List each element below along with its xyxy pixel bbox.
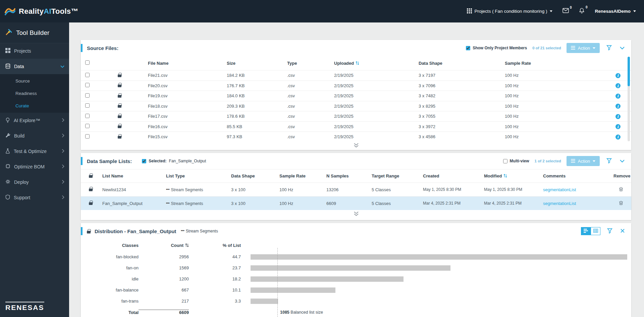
distribution-filter-button[interactable] — [606, 227, 614, 235]
segmentation-list-link[interactable]: segmentationList — [543, 187, 576, 192]
n-samples-cell: 6609 — [324, 201, 369, 206]
info-icon[interactable]: i — [615, 83, 621, 88]
notifications-button[interactable]: 0 — [579, 8, 585, 15]
table-scrollbar[interactable] — [628, 57, 630, 141]
sort-icon[interactable] — [503, 174, 507, 178]
source-collapse-button[interactable] — [619, 45, 626, 51]
size-cell: 178.6 KB — [220, 114, 280, 119]
source-files-expander[interactable] — [81, 142, 631, 151]
distribution-row: fan-on 1569 23.7 — [81, 262, 631, 273]
table-row[interactable]: File15.csv 97.3 KB .csv 2/19/2025 3 x 45… — [81, 131, 631, 142]
source-files-title: Source Files: — [87, 45, 118, 51]
multi-view-checkbox[interactable]: Multi-view — [503, 159, 529, 163]
sidebar-subitem-source[interactable]: Source — [0, 75, 69, 87]
sidebar-subitem-readiness[interactable]: Readiness — [0, 87, 69, 100]
col-count[interactable]: Count — [139, 243, 189, 248]
user-menu[interactable]: RenesasAIDemo — [595, 9, 636, 14]
sidebar-item-deploy[interactable]: Deploy — [0, 174, 69, 190]
database-icon — [5, 63, 10, 70]
sidebar-subitem-curate[interactable]: Curate — [0, 100, 69, 112]
lists-action-button[interactable]: Action — [567, 156, 600, 166]
source-selection-status: 0 of 21 selected — [532, 46, 561, 50]
stream-segments-icon: ••• — [166, 201, 170, 205]
sort-icon[interactable] — [356, 61, 359, 65]
brand-logo[interactable]: RealityAITools™ — [5, 6, 78, 17]
selected-list-checkbox[interactable]: Selected: Fan_Sample_Output — [142, 159, 206, 163]
col-created: Created — [420, 173, 481, 178]
filter-funnel-icon — [606, 45, 612, 51]
list-row[interactable]: Newlist1234 •••Stream Segments 3 x 100 1… — [81, 182, 631, 196]
multi-view-checkbox-input[interactable] — [503, 159, 507, 163]
col-file-name: File Name — [141, 61, 220, 66]
table-row[interactable]: File20.csv 176.7 KB .csv 2/19/2025 3 x 7… — [81, 81, 631, 91]
selected-checkbox-input[interactable] — [142, 159, 146, 163]
table-row[interactable]: File16.csv 85.5 KB .csv 2/19/2025 3 x 39… — [81, 121, 631, 132]
table-row[interactable]: File21.csv 184.2 KB .csv 2/19/2025 3 x 7… — [81, 70, 631, 81]
list-row-selected[interactable]: Fan_Sample_Output •••Stream Segments 3 x… — [81, 196, 631, 210]
sample-lists-table-header: List Name List Type Data Shape Sample Ra… — [81, 169, 631, 182]
trash-icon[interactable] — [619, 188, 623, 193]
lock-icon — [89, 189, 93, 191]
messages-button[interactable]: 0 — [562, 8, 569, 14]
gear-icon — [5, 179, 10, 185]
info-icon[interactable]: i — [615, 114, 621, 119]
row-checkbox[interactable] — [85, 103, 90, 108]
projects-menu[interactable]: Projects ( Fan condition monitoring ) — [467, 8, 553, 14]
show-only-project-members-checkbox[interactable]: Show Only Project Members — [466, 46, 527, 50]
source-filter-button[interactable] — [605, 44, 613, 52]
row-checkbox[interactable] — [85, 73, 90, 77]
row-checkbox[interactable] — [85, 124, 90, 128]
sidebar-item-ai-explore[interactable]: AI Explore™ — [0, 113, 69, 128]
list-type-cell: •••Stream Segments — [163, 187, 228, 192]
sample-rate-cell: 100 Hz — [277, 187, 324, 192]
type-cell: .csv — [280, 73, 327, 78]
sidebar-item-projects[interactable]: Projects — [0, 43, 69, 59]
show-only-checkbox-input[interactable] — [466, 46, 470, 50]
count-value: 217 — [139, 299, 189, 304]
row-checkbox[interactable] — [85, 114, 90, 118]
lists-filter-button[interactable] — [605, 157, 613, 165]
info-icon[interactable]: i — [615, 73, 621, 78]
distribution-title: Distribution - Fan_Sample_Output — [95, 228, 176, 234]
row-checkbox[interactable] — [85, 134, 90, 139]
username: RenesasAIDemo — [595, 9, 631, 14]
select-all-checkbox[interactable] — [85, 60, 90, 65]
col-modified[interactable]: Modified — [481, 173, 540, 178]
lists-collapse-button[interactable] — [619, 158, 626, 164]
info-icon[interactable]: i — [615, 135, 621, 140]
trash-icon[interactable] — [619, 201, 623, 206]
sort-icon[interactable] — [185, 243, 189, 247]
tool-builder-header: Tool Builder — [0, 22, 69, 43]
lock-icon — [118, 74, 121, 77]
scrollbar-thumb[interactable] — [628, 57, 630, 86]
sidebar-item-optimize-bom[interactable]: Optimize BOM — [0, 159, 69, 174]
sidebar-item-data[interactable]: Data — [0, 59, 69, 74]
segmentation-list-link[interactable]: segmentationList — [543, 201, 576, 206]
shield-icon — [5, 195, 10, 201]
distribution-bar — [251, 254, 627, 260]
col-uploaded[interactable]: Uploaded — [327, 61, 412, 66]
row-checkbox[interactable] — [85, 83, 90, 87]
table-row[interactable]: File17.csv 178.6 KB .csv 2/19/2025 3 x 7… — [81, 111, 631, 121]
source-action-button[interactable]: Action — [567, 43, 600, 53]
sidebar-item-build[interactable]: Build — [0, 128, 69, 144]
chart-view-button[interactable] — [581, 227, 591, 235]
size-cell: 209.3 KB — [220, 104, 280, 109]
table-row[interactable]: File18.csv 209.3 KB .csv 2/19/2025 3 x 8… — [81, 101, 631, 111]
row-checkbox[interactable] — [85, 93, 90, 98]
info-icon[interactable]: i — [615, 124, 621, 129]
chevron-right-icon — [62, 195, 64, 200]
data-shape-cell: 3 x 8295 — [412, 104, 498, 109]
distribution-close-button[interactable] — [619, 228, 626, 234]
col-list-name: List Name — [100, 173, 163, 178]
table-row[interactable]: File19.csv 184.0 KB .csv 2/19/2025 3 x 7… — [81, 91, 631, 101]
sample-lists-expander[interactable] — [81, 210, 631, 219]
table-view-button[interactable] — [591, 227, 600, 235]
distribution-row: idle 1200 18.2 — [81, 273, 631, 284]
sidebar-item-support[interactable]: Support — [0, 190, 69, 205]
sidebar-item-test-optimize[interactable]: Test & Optimize — [0, 144, 69, 159]
data-sample-lists-title: Data Sample Lists: — [87, 158, 132, 164]
info-icon[interactable]: i — [615, 104, 621, 109]
info-icon[interactable]: i — [615, 94, 621, 99]
file-name-cell: File17.csv — [141, 114, 220, 119]
